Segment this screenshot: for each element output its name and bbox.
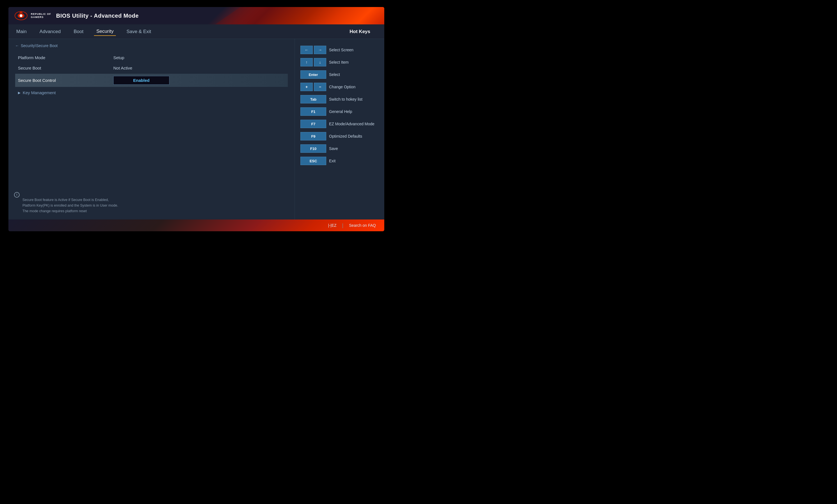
breadcrumb-back-arrow[interactable]: ← (15, 43, 19, 48)
ez-label: |-|EZ (328, 223, 337, 228)
svg-marker-3 (19, 11, 23, 13)
nav-main[interactable]: Main (14, 28, 29, 36)
hotkey-f1-label: General Help (329, 109, 352, 114)
hotkey-plus-btn[interactable]: + (300, 83, 313, 91)
breadcrumb-path: Security\Secure Boot (21, 43, 58, 48)
hotkey-select-screen-keys: ← → (300, 46, 326, 54)
secure-boot-label: Secure Boot (18, 66, 113, 70)
platform-mode-value: Setup (113, 55, 124, 60)
key-management-row[interactable]: ▶ Key Management (15, 88, 288, 97)
hotkey-change-option: + − Change Option (300, 83, 379, 91)
hotkey-f1-btn[interactable]: F1 (300, 107, 326, 116)
bottom-bar: |-|EZ | Search on FAQ (8, 220, 384, 231)
hotkey-down-arrow-btn[interactable]: ↓ (314, 58, 326, 67)
hotkey-select-item-keys: ↑ ↓ (300, 58, 326, 67)
hotkey-enter-label: Select (329, 72, 340, 77)
hotkey-select-screen-label: Select Screen (329, 48, 353, 52)
hotkey-left-arrow-btn[interactable]: ← (300, 46, 313, 54)
svg-point-2 (20, 14, 22, 17)
hotkey-f7: F7 EZ Mode/Advanced Mode (300, 120, 379, 128)
hotkey-f10-label: Save (329, 146, 338, 151)
secure-boot-control-label: Secure Boot Control (18, 78, 113, 83)
hotkey-f9-label: Optimized Defaults (329, 134, 362, 138)
nav-security[interactable]: Security (94, 27, 115, 36)
hotkey-f9-btn[interactable]: F9 (300, 132, 326, 141)
platform-mode-label: Platform Mode (18, 55, 113, 60)
hotkey-right-arrow-btn[interactable]: → (314, 46, 326, 54)
nav-boot[interactable]: Boot (71, 28, 86, 36)
info-text: Secure Boot feature is Active if Secure … (22, 191, 118, 214)
hotkey-esc-btn[interactable]: ESC (300, 157, 326, 165)
hotkey-f7-btn[interactable]: F7 (300, 120, 326, 128)
bottom-divider: | (342, 223, 344, 228)
hotkeys-panel: ← → Select Screen ↑ ↓ Select Item Enter (295, 39, 384, 220)
hotkey-up-arrow-btn[interactable]: ↑ (300, 58, 313, 67)
hotkey-tab-btn[interactable]: Tab (300, 95, 326, 104)
setting-row-platform-mode: Platform Mode Setup (15, 53, 288, 62)
hotkey-tab: Tab Switch to hokey list (300, 95, 379, 104)
hotkey-change-option-label: Change Option (329, 85, 355, 89)
nav-bar: Main Advanced Boot Security Save & Exit … (8, 24, 384, 39)
hotkey-select-item: ↑ ↓ Select Item (300, 58, 379, 67)
content-left: ← Security\Secure Boot Platform Mode Set… (8, 39, 295, 220)
bios-title: BIOS Utility - Advanced Mode (56, 13, 139, 19)
breadcrumb: ← Security\Secure Boot (15, 43, 288, 48)
hot-keys-label: Hot Keys (350, 29, 370, 35)
hotkey-tab-label: Switch to hokey list (329, 97, 362, 101)
hotkey-enter-btn[interactable]: Enter (300, 70, 326, 79)
secure-boot-value: Not Active (113, 66, 132, 70)
hotkey-f1: F1 General Help (300, 107, 379, 116)
hotkey-f7-label: EZ Mode/Advanced Mode (329, 122, 374, 126)
hotkey-f9: F9 Optimized Defaults (300, 132, 379, 141)
info-icon: i (14, 192, 20, 198)
hotkey-change-option-keys: + − (300, 83, 326, 91)
hotkey-esc-label: Exit (329, 158, 336, 163)
hotkey-enter: Enter Select (300, 70, 379, 79)
nav-advanced[interactable]: Advanced (37, 28, 63, 36)
hotkey-esc: ESC Exit (300, 157, 379, 165)
hotkey-minus-btn[interactable]: − (314, 83, 326, 91)
logo-area: REPUBLIC OF GAMERS (14, 11, 51, 21)
header-bar: REPUBLIC OF GAMERS BIOS Utility - Advanc… (8, 7, 384, 24)
setting-row-secure-boot-control[interactable]: Secure Boot Control Enabled (15, 74, 288, 87)
hotkey-f10-btn[interactable]: F10 (300, 144, 326, 153)
ez-mode-link[interactable]: |-|EZ (328, 223, 337, 228)
key-management-label: Key Management (23, 90, 56, 95)
secure-boot-control-dropdown[interactable]: Enabled (113, 76, 170, 85)
hotkey-select-screen: ← → Select Screen (300, 46, 379, 54)
info-box: i Secure Boot feature is Active if Secur… (14, 191, 199, 214)
brand-text: REPUBLIC OF GAMERS (31, 13, 51, 19)
main-content: ← Security\Secure Boot Platform Mode Set… (8, 39, 384, 220)
search-faq-link[interactable]: Search on FAQ (349, 223, 376, 228)
hotkey-f10: F10 Save (300, 144, 379, 153)
hotkey-select-item-label: Select Item (329, 60, 349, 64)
setting-row-secure-boot: Secure Boot Not Active (15, 63, 288, 73)
faq-label: Search on FAQ (349, 223, 376, 228)
nav-save-exit[interactable]: Save & Exit (124, 28, 154, 36)
rog-logo (14, 11, 28, 21)
key-management-arrow: ▶ (18, 91, 20, 95)
